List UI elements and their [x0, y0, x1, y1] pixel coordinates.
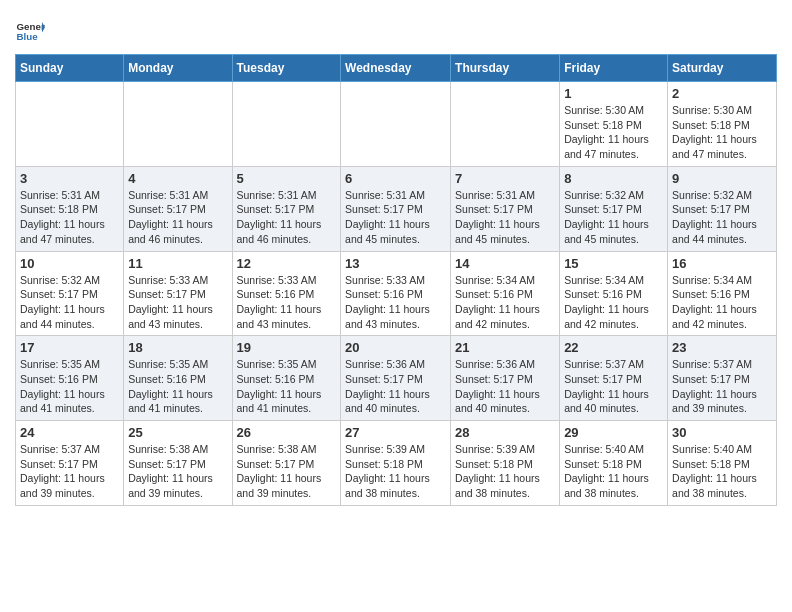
day-info: Sunrise: 5:33 AM Sunset: 5:16 PM Dayligh…: [237, 273, 337, 332]
calendar-day-cell: 15Sunrise: 5:34 AM Sunset: 5:16 PM Dayli…: [560, 251, 668, 336]
day-number: 9: [672, 171, 772, 186]
day-of-week-header: Friday: [560, 55, 668, 82]
calendar-table: SundayMondayTuesdayWednesdayThursdayFrid…: [15, 54, 777, 506]
calendar-day-cell: 27Sunrise: 5:39 AM Sunset: 5:18 PM Dayli…: [341, 421, 451, 506]
svg-text:Blue: Blue: [17, 31, 39, 42]
calendar-week-row: 3Sunrise: 5:31 AM Sunset: 5:18 PM Daylig…: [16, 166, 777, 251]
day-number: 22: [564, 340, 663, 355]
day-info: Sunrise: 5:35 AM Sunset: 5:16 PM Dayligh…: [128, 357, 227, 416]
calendar-day-cell: [341, 82, 451, 167]
day-info: Sunrise: 5:34 AM Sunset: 5:16 PM Dayligh…: [455, 273, 555, 332]
calendar-day-cell: 13Sunrise: 5:33 AM Sunset: 5:16 PM Dayli…: [341, 251, 451, 336]
calendar-header: SundayMondayTuesdayWednesdayThursdayFrid…: [16, 55, 777, 82]
day-info: Sunrise: 5:32 AM Sunset: 5:17 PM Dayligh…: [672, 188, 772, 247]
day-number: 1: [564, 86, 663, 101]
calendar-day-cell: 26Sunrise: 5:38 AM Sunset: 5:17 PM Dayli…: [232, 421, 341, 506]
day-of-week-header: Wednesday: [341, 55, 451, 82]
day-info: Sunrise: 5:31 AM Sunset: 5:17 PM Dayligh…: [237, 188, 337, 247]
day-info: Sunrise: 5:31 AM Sunset: 5:17 PM Dayligh…: [455, 188, 555, 247]
calendar-day-cell: 11Sunrise: 5:33 AM Sunset: 5:17 PM Dayli…: [124, 251, 232, 336]
day-number: 27: [345, 425, 446, 440]
day-number: 19: [237, 340, 337, 355]
day-info: Sunrise: 5:31 AM Sunset: 5:17 PM Dayligh…: [128, 188, 227, 247]
day-info: Sunrise: 5:35 AM Sunset: 5:16 PM Dayligh…: [237, 357, 337, 416]
day-info: Sunrise: 5:35 AM Sunset: 5:16 PM Dayligh…: [20, 357, 119, 416]
day-number: 18: [128, 340, 227, 355]
calendar-day-cell: 1Sunrise: 5:30 AM Sunset: 5:18 PM Daylig…: [560, 82, 668, 167]
day-info: Sunrise: 5:31 AM Sunset: 5:17 PM Dayligh…: [345, 188, 446, 247]
calendar-body: 1Sunrise: 5:30 AM Sunset: 5:18 PM Daylig…: [16, 82, 777, 506]
day-of-week-header: Monday: [124, 55, 232, 82]
calendar-day-cell: [451, 82, 560, 167]
calendar-day-cell: 29Sunrise: 5:40 AM Sunset: 5:18 PM Dayli…: [560, 421, 668, 506]
calendar-day-cell: 8Sunrise: 5:32 AM Sunset: 5:17 PM Daylig…: [560, 166, 668, 251]
day-info: Sunrise: 5:30 AM Sunset: 5:18 PM Dayligh…: [672, 103, 772, 162]
day-number: 12: [237, 256, 337, 271]
calendar-day-cell: 24Sunrise: 5:37 AM Sunset: 5:17 PM Dayli…: [16, 421, 124, 506]
svg-text:General: General: [17, 21, 46, 32]
day-info: Sunrise: 5:33 AM Sunset: 5:16 PM Dayligh…: [345, 273, 446, 332]
day-info: Sunrise: 5:32 AM Sunset: 5:17 PM Dayligh…: [20, 273, 119, 332]
day-info: Sunrise: 5:32 AM Sunset: 5:17 PM Dayligh…: [564, 188, 663, 247]
calendar-day-cell: 14Sunrise: 5:34 AM Sunset: 5:16 PM Dayli…: [451, 251, 560, 336]
calendar-week-row: 17Sunrise: 5:35 AM Sunset: 5:16 PM Dayli…: [16, 336, 777, 421]
day-number: 4: [128, 171, 227, 186]
calendar-day-cell: [124, 82, 232, 167]
day-number: 25: [128, 425, 227, 440]
day-number: 13: [345, 256, 446, 271]
calendar-day-cell: 4Sunrise: 5:31 AM Sunset: 5:17 PM Daylig…: [124, 166, 232, 251]
calendar-day-cell: 30Sunrise: 5:40 AM Sunset: 5:18 PM Dayli…: [668, 421, 777, 506]
calendar-day-cell: 21Sunrise: 5:36 AM Sunset: 5:17 PM Dayli…: [451, 336, 560, 421]
calendar-day-cell: 23Sunrise: 5:37 AM Sunset: 5:17 PM Dayli…: [668, 336, 777, 421]
day-info: Sunrise: 5:34 AM Sunset: 5:16 PM Dayligh…: [564, 273, 663, 332]
day-number: 21: [455, 340, 555, 355]
calendar-day-cell: 19Sunrise: 5:35 AM Sunset: 5:16 PM Dayli…: [232, 336, 341, 421]
day-number: 20: [345, 340, 446, 355]
day-number: 6: [345, 171, 446, 186]
day-number: 16: [672, 256, 772, 271]
day-info: Sunrise: 5:30 AM Sunset: 5:18 PM Dayligh…: [564, 103, 663, 162]
calendar-day-cell: 3Sunrise: 5:31 AM Sunset: 5:18 PM Daylig…: [16, 166, 124, 251]
day-number: 8: [564, 171, 663, 186]
day-number: 23: [672, 340, 772, 355]
page-header: General Blue: [15, 10, 777, 46]
calendar-day-cell: 25Sunrise: 5:38 AM Sunset: 5:17 PM Dayli…: [124, 421, 232, 506]
day-of-week-header: Sunday: [16, 55, 124, 82]
day-number: 7: [455, 171, 555, 186]
calendar-day-cell: 28Sunrise: 5:39 AM Sunset: 5:18 PM Dayli…: [451, 421, 560, 506]
header-row: SundayMondayTuesdayWednesdayThursdayFrid…: [16, 55, 777, 82]
calendar-day-cell: 20Sunrise: 5:36 AM Sunset: 5:17 PM Dayli…: [341, 336, 451, 421]
logo-icon: General Blue: [15, 16, 45, 46]
day-of-week-header: Tuesday: [232, 55, 341, 82]
day-info: Sunrise: 5:39 AM Sunset: 5:18 PM Dayligh…: [455, 442, 555, 501]
day-info: Sunrise: 5:33 AM Sunset: 5:17 PM Dayligh…: [128, 273, 227, 332]
day-number: 3: [20, 171, 119, 186]
calendar-day-cell: 16Sunrise: 5:34 AM Sunset: 5:16 PM Dayli…: [668, 251, 777, 336]
day-info: Sunrise: 5:34 AM Sunset: 5:16 PM Dayligh…: [672, 273, 772, 332]
calendar-day-cell: 17Sunrise: 5:35 AM Sunset: 5:16 PM Dayli…: [16, 336, 124, 421]
calendar-week-row: 1Sunrise: 5:30 AM Sunset: 5:18 PM Daylig…: [16, 82, 777, 167]
calendar-day-cell: 9Sunrise: 5:32 AM Sunset: 5:17 PM Daylig…: [668, 166, 777, 251]
day-number: 28: [455, 425, 555, 440]
day-info: Sunrise: 5:38 AM Sunset: 5:17 PM Dayligh…: [237, 442, 337, 501]
day-of-week-header: Thursday: [451, 55, 560, 82]
calendar-week-row: 10Sunrise: 5:32 AM Sunset: 5:17 PM Dayli…: [16, 251, 777, 336]
day-number: 10: [20, 256, 119, 271]
calendar-week-row: 24Sunrise: 5:37 AM Sunset: 5:17 PM Dayli…: [16, 421, 777, 506]
calendar-day-cell: 6Sunrise: 5:31 AM Sunset: 5:17 PM Daylig…: [341, 166, 451, 251]
day-number: 15: [564, 256, 663, 271]
day-number: 2: [672, 86, 772, 101]
day-number: 11: [128, 256, 227, 271]
day-number: 24: [20, 425, 119, 440]
calendar-day-cell: 12Sunrise: 5:33 AM Sunset: 5:16 PM Dayli…: [232, 251, 341, 336]
day-number: 26: [237, 425, 337, 440]
day-number: 5: [237, 171, 337, 186]
calendar-day-cell: 7Sunrise: 5:31 AM Sunset: 5:17 PM Daylig…: [451, 166, 560, 251]
day-of-week-header: Saturday: [668, 55, 777, 82]
calendar-day-cell: 2Sunrise: 5:30 AM Sunset: 5:18 PM Daylig…: [668, 82, 777, 167]
calendar-day-cell: 5Sunrise: 5:31 AM Sunset: 5:17 PM Daylig…: [232, 166, 341, 251]
day-info: Sunrise: 5:37 AM Sunset: 5:17 PM Dayligh…: [20, 442, 119, 501]
logo: General Blue: [15, 16, 49, 46]
day-info: Sunrise: 5:37 AM Sunset: 5:17 PM Dayligh…: [672, 357, 772, 416]
calendar-day-cell: [16, 82, 124, 167]
